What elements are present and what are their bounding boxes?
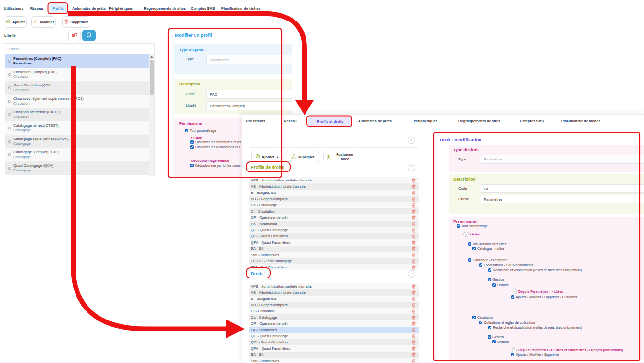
list-item[interactable]: APS - Administration partielle d'un site — [249, 283, 419, 289]
collapse-panel-icon[interactable] — [408, 137, 415, 144]
checkbox[interactable] — [479, 263, 482, 267]
list-item[interactable]: Catalogage de test (CTEST)Catalogage — [5, 121, 149, 135]
checkbox[interactable] — [488, 278, 491, 281]
collapse-section-icon[interactable] — [408, 270, 415, 278]
tab-peripheriques[interactable]: Périphériques — [414, 119, 437, 123]
list-item[interactable]: Stat - Statistiques — [249, 358, 419, 363]
list-item[interactable]: PA - Paramètres — [249, 327, 419, 333]
add-button[interactable]: Ajouter — [251, 151, 282, 162]
list-item[interactable]: Ca - Catalogage — [249, 314, 419, 320]
list-item[interactable]: BU - Budgets complets — [249, 302, 419, 308]
list-item[interactable]: B - Budgets nus — [249, 296, 419, 302]
checkbox[interactable] — [492, 340, 496, 343]
chevron-up-icon[interactable] — [463, 232, 469, 237]
list-item[interactable]: CI - Circulation — [249, 308, 419, 314]
tab-planificateur[interactable]: Planificateur de tâches — [221, 6, 261, 11]
list-item[interactable]: Circulation (Complet) (CIC)Circulation — [5, 68, 149, 81]
tab-utilisateurs[interactable]: Utilisateurs — [246, 119, 265, 123]
duplicate-button[interactable]: Dupliquer — [286, 151, 319, 162]
libelle-input[interactable]: Paramètres (Complet) — [206, 101, 292, 110]
chevron-up-icon[interactable] — [512, 289, 517, 294]
code-input[interactable]: PAC — [206, 90, 292, 99]
list-item[interactable]: Circu avec réglement copie vannes (CIRC1… — [5, 95, 149, 108]
list-item[interactable]: QC - Quasi Catalogage — [249, 227, 419, 233]
tab-automates[interactable]: Automates de prêts — [358, 119, 392, 123]
checkbox[interactable] — [479, 321, 482, 324]
list-item[interactable]: Quasi Circulation (QCI)Circulation — [5, 81, 149, 95]
delete-button[interactable] — [411, 265, 416, 270]
list-item[interactable]: QCI - Quasi Circulation — [249, 339, 419, 345]
list-item[interactable]: Stat - Statistiques — [249, 252, 419, 258]
checkbox[interactable] — [190, 140, 194, 144]
checkbox[interactable] — [488, 268, 491, 272]
list-item[interactable]: B - Budgets nus — [249, 190, 419, 196]
tab-profils-active[interactable]: Profils — [49, 3, 67, 13]
list-item[interactable]: BU - Budgets complets — [249, 196, 419, 202]
type-input[interactable]: Paramètres — [206, 55, 292, 64]
list-item[interactable]: TESTC - Test Catalogage — [249, 258, 419, 264]
list-item[interactable]: Quasi Catalogage (QCA)Catalogage — [5, 161, 149, 175]
collapse-section-icon[interactable] — [408, 164, 415, 171]
tab-peripheriques[interactable]: Périphériques — [109, 6, 133, 11]
tab-regroupements[interactable]: Regroupements de sites — [458, 119, 500, 123]
checkbox[interactable] — [488, 335, 491, 339]
list-item[interactable]: CI - Circulation — [249, 208, 419, 214]
list-item[interactable]: QCI - Quasi Circulation — [249, 233, 419, 239]
merge-button[interactable]: Fusionner avec — [323, 151, 360, 162]
list-item[interactable]: SA - SA — [249, 246, 419, 252]
checkbox[interactable] — [488, 326, 491, 329]
search-button[interactable] — [82, 30, 96, 41]
scrollbar[interactable] — [149, 54, 154, 176]
list-item[interactable]: AS - Administration totale d'un site — [249, 183, 419, 190]
checkbox[interactable] — [190, 145, 194, 149]
tab-comptes-sms[interactable]: Comptes SMS — [191, 6, 215, 11]
tab-planificateur[interactable]: Planificateur de tâches — [561, 119, 600, 123]
chevron-up-icon[interactable] — [512, 347, 517, 352]
edit-button[interactable]: Modifier — [31, 16, 56, 28]
tab-reseau[interactable]: Réseau — [30, 6, 43, 11]
scrollbar-thumb[interactable] — [150, 60, 154, 95]
checkbox[interactable] — [511, 295, 514, 299]
tab-profils-et-droits-active[interactable]: Profils et droits — [308, 117, 352, 127]
list-item[interactable]: QPA - Quasi Paramètres — [249, 345, 419, 352]
clear-filter-button[interactable] — [68, 30, 81, 41]
checkbox[interactable] — [511, 353, 514, 356]
tab-regroupements[interactable]: Regroupements de sites — [144, 6, 186, 11]
type-input[interactable]: Paramètres — [480, 155, 644, 164]
code-input[interactable]: PA — [480, 184, 644, 193]
checkbox[interactable] — [468, 258, 471, 262]
list-item[interactable]: Paramètres (Complet) (PAC)Paramètres — [5, 54, 149, 68]
delete-button[interactable]: Supprimer — [62, 16, 90, 28]
list-item[interactable]: Catalogage copie Vannes (CATAV)Catalogag… — [5, 135, 149, 148]
checkbox[interactable] — [457, 224, 460, 228]
list-item[interactable]: OP - Opérateur de prêt — [249, 214, 419, 221]
list-item[interactable]: Circu pas prêt/retour (CICTE)Circulation — [5, 108, 149, 121]
list-item[interactable]: APS - Administration partielle d'un site — [249, 177, 419, 183]
checkbox[interactable] — [472, 316, 476, 319]
filter-input[interactable] — [20, 30, 65, 41]
scroll-up-icon[interactable] — [150, 56, 153, 58]
checkbox[interactable] — [468, 242, 471, 246]
list-item[interactable]: SA - SA — [249, 352, 419, 358]
tab-reseau[interactable]: Réseau — [284, 119, 297, 123]
list-item[interactable]: Catalogage (Complet) (CAC)Catalogage — [5, 148, 149, 161]
add-button[interactable]: Ajouter — [4, 16, 27, 28]
list-item[interactable]: AS - Administration totale d'un site — [249, 289, 419, 296]
checkbox[interactable] — [472, 247, 476, 250]
list-item[interactable]: TPA - Test Paramètres — [249, 264, 419, 270]
tab-comptes-sms[interactable]: Comptes SMS — [520, 119, 544, 123]
list-item[interactable]: QPA - Quasi Paramètres — [249, 239, 419, 246]
list-item[interactable]: PA - Paramètres — [249, 221, 419, 227]
list-item[interactable]: OP - Opérateur de prêt — [249, 320, 419, 327]
libelle-input[interactable]: Paramètres — [480, 195, 644, 203]
tab-automates[interactable]: Automates de prêts — [72, 6, 106, 11]
tree-item-label: Tout paramètrage — [190, 129, 216, 132]
list-item[interactable]: QC - Quasi Catalogage — [249, 333, 419, 339]
tree-checkbox-item: Catalogue - notice — [472, 246, 643, 252]
tab-utilisateurs[interactable]: Utilisateurs — [4, 6, 23, 11]
delete-button[interactable] — [411, 358, 416, 363]
checkbox[interactable] — [190, 164, 194, 167]
checkbox[interactable] — [492, 283, 496, 287]
list-item[interactable]: Ca - Catalogage — [249, 202, 419, 208]
checkbox[interactable] — [185, 129, 188, 132]
